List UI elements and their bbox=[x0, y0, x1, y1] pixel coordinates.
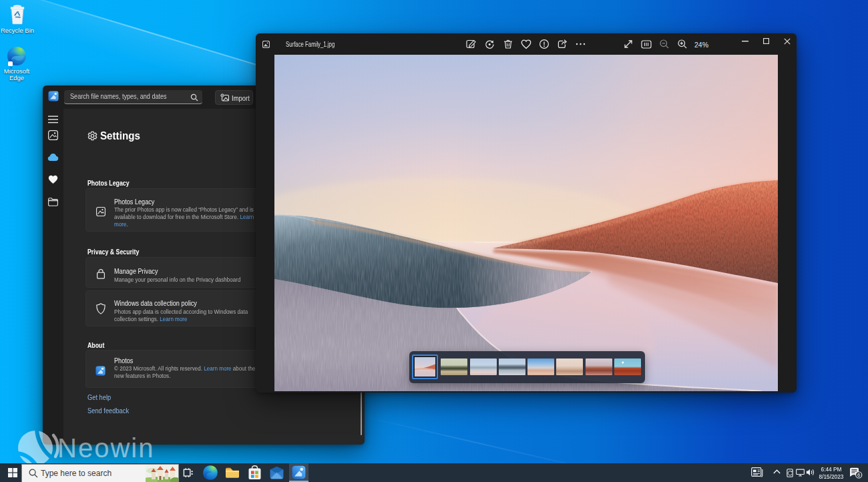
svg-text:6: 6 bbox=[857, 472, 860, 478]
svg-text:Neowin: Neowin bbox=[57, 433, 154, 463]
